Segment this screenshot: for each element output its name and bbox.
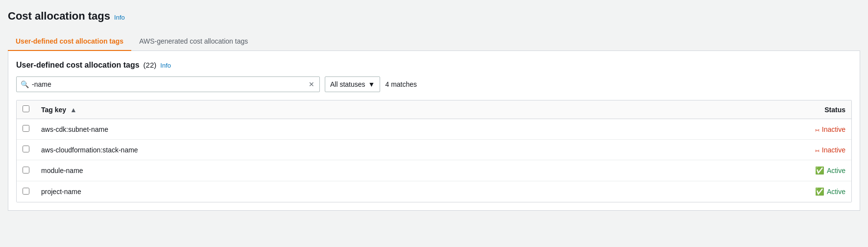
row-status: ✅ Active bbox=[623, 160, 851, 181]
panel-title: User-defined cost allocation tags bbox=[16, 61, 140, 70]
panel-info-link[interactable]: Info bbox=[160, 62, 171, 69]
dropdown-arrow-icon: ▼ bbox=[368, 80, 375, 88]
search-input[interactable] bbox=[32, 80, 308, 88]
row-tag-key: aws-cdk:subnet-name bbox=[35, 119, 623, 140]
row-check-col bbox=[17, 160, 35, 181]
row-tag-key: aws-cloudformation:stack-name bbox=[35, 140, 623, 160]
tag-key-header: Tag key ▲ bbox=[35, 100, 623, 119]
search-icon: 🔍 bbox=[21, 80, 29, 88]
matches-text: 4 matches bbox=[385, 80, 417, 88]
sort-asc-icon[interactable]: ▲ bbox=[70, 106, 77, 114]
select-all-checkbox[interactable] bbox=[23, 105, 29, 112]
row-status: ⟗ Inactive bbox=[623, 119, 851, 140]
table-wrap: Tag key ▲ Status aws-cdk:subn bbox=[16, 100, 852, 202]
table-row: module-name ✅ Active bbox=[17, 160, 851, 181]
page-wrapper: Cost allocation tags Info User-defined c… bbox=[0, 0, 868, 211]
page-title-row: Cost allocation tags Info bbox=[8, 10, 860, 23]
search-filter-row: 🔍 ✕ All statuses ▼ 4 matches bbox=[16, 76, 852, 92]
row-checkbox[interactable] bbox=[23, 188, 29, 195]
page-title: Cost allocation tags bbox=[8, 10, 110, 23]
select-all-col bbox=[17, 100, 35, 119]
status-badge: ⟗ Inactive bbox=[815, 146, 845, 154]
row-checkbox[interactable] bbox=[23, 146, 29, 152]
tab-user-defined[interactable]: User-defined cost allocation tags bbox=[8, 32, 131, 51]
row-check-col bbox=[17, 140, 35, 160]
row-status: ⟗ Inactive bbox=[623, 140, 851, 160]
active-icon: ✅ bbox=[815, 187, 824, 196]
status-dropdown-label: All statuses bbox=[330, 80, 365, 88]
table-header-row: Tag key ▲ Status bbox=[17, 100, 851, 119]
row-tag-key: module-name bbox=[35, 160, 623, 181]
allocation-tags-table: Tag key ▲ Status aws-cdk:subn bbox=[17, 100, 851, 202]
row-check-col bbox=[17, 119, 35, 140]
inactive-icon: ⟗ bbox=[815, 146, 820, 154]
status-badge: ✅ Active bbox=[815, 187, 845, 196]
inactive-icon: ⟗ bbox=[815, 125, 820, 133]
table-row: aws-cdk:subnet-name ⟗ Inactive bbox=[17, 119, 851, 140]
status-badge: ⟗ Inactive bbox=[815, 125, 845, 133]
table-row: aws-cloudformation:stack-name ⟗ Inactive bbox=[17, 140, 851, 160]
table-row: project-name ✅ Active bbox=[17, 181, 851, 202]
status-header: Status bbox=[623, 100, 851, 119]
tab-aws-generated[interactable]: AWS-generated cost allocation tags bbox=[131, 32, 256, 51]
search-box: 🔍 ✕ bbox=[16, 76, 320, 92]
status-dropdown[interactable]: All statuses ▼ bbox=[325, 76, 380, 92]
active-icon: ✅ bbox=[815, 166, 824, 175]
panel-count: (22) bbox=[144, 61, 157, 69]
row-checkbox[interactable] bbox=[23, 167, 29, 173]
status-badge: ✅ Active bbox=[815, 166, 845, 175]
table-body: aws-cdk:subnet-name ⟗ Inactive bbox=[17, 119, 851, 202]
panel-title-row: User-defined cost allocation tags (22) I… bbox=[16, 61, 852, 70]
main-panel: User-defined cost allocation tags (22) I… bbox=[8, 51, 860, 211]
row-checkbox[interactable] bbox=[23, 125, 29, 132]
row-tag-key: project-name bbox=[35, 181, 623, 202]
row-check-col bbox=[17, 181, 35, 202]
row-status: ✅ Active bbox=[623, 181, 851, 202]
tabs-row: User-defined cost allocation tags AWS-ge… bbox=[8, 32, 860, 51]
clear-icon[interactable]: ✕ bbox=[308, 80, 315, 88]
page-info-link[interactable]: Info bbox=[114, 14, 125, 21]
